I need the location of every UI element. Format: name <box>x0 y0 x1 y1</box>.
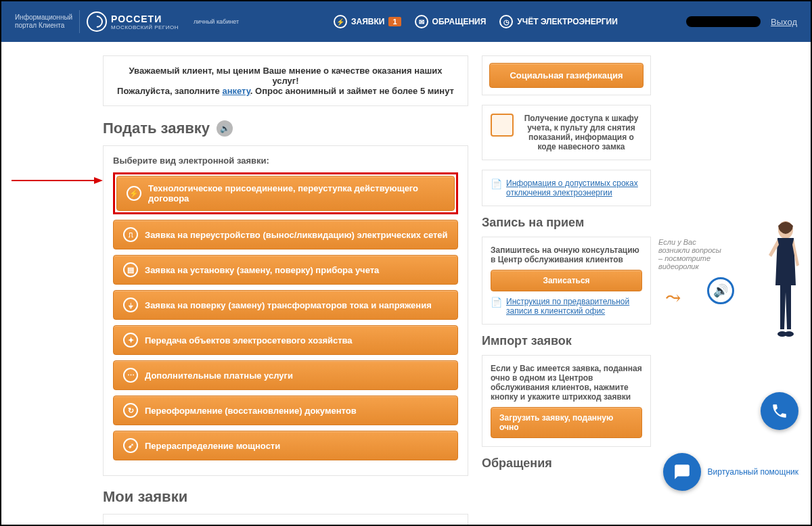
chat-fab-label: Виртуальный помощник <box>708 467 798 477</box>
envelope-icon: ✉ <box>415 15 428 28</box>
appointment-btn-label: Записаться <box>543 276 589 285</box>
meter-icon: ◷ <box>499 15 513 28</box>
more-icon: ⋯ <box>123 368 138 383</box>
bolt-icon: ⚡ <box>334 15 347 28</box>
audio-icon[interactable]: 🔊 <box>217 120 233 137</box>
play-video-button[interactable]: 🔊 <box>707 277 734 304</box>
phone-icon <box>771 402 788 420</box>
nav-messages[interactable]: ✉ ОБРАЩЕНИЯ <box>415 15 487 28</box>
application-types-card: Выберите вид электронной заявки: ⚡ Техно… <box>103 145 468 476</box>
gasification-label: Социальная газификация <box>510 70 623 80</box>
app-btn-meter-install[interactable]: ▤ Заявка на установку (замену, поверку) … <box>113 255 458 285</box>
app-btn-label: Передача объектов электросетевого хозяйс… <box>145 335 353 345</box>
nav-applications-label: ЗАЯВКИ <box>351 17 384 26</box>
chat-icon <box>673 463 691 481</box>
user-name-redacted <box>686 16 761 27</box>
app-btn-tech-connection[interactable]: ⚡ Технологическое присоединение, переуст… <box>116 176 455 211</box>
my-applications-card <box>103 514 468 525</box>
access-card[interactable]: Получение доступа к шкафу учета, к пульт… <box>482 105 651 160</box>
appointment-instruction-link[interactable]: Инструкция по предварительной записи в к… <box>506 297 642 316</box>
appointment-heading: Запись на прием <box>482 216 651 230</box>
cabinet-label: личный кабинет <box>194 18 239 26</box>
appointment-text: Запишитесь на очную консультацию в Центр… <box>491 245 642 264</box>
video-hint-text: Если у Вас возникли вопросы – посмотрите… <box>658 238 723 270</box>
app-btn-reissue[interactable]: ↻ Переоформление (восстановление) докуме… <box>113 396 458 425</box>
app-btn-label: Заявка на поверку (замену) трансформатор… <box>145 300 432 310</box>
gasification-card: Социальная газификация <box>482 55 651 95</box>
svg-marker-1 <box>94 177 103 184</box>
doc-icon: ▤ <box>123 262 138 277</box>
submit-title-text: Подать заявку <box>103 120 210 137</box>
chat-fab[interactable]: Виртуальный помощник <box>663 453 798 491</box>
svg-point-4 <box>784 331 794 337</box>
submit-application-title: Подать заявку 🔊 <box>103 120 468 137</box>
import-text: Если у Вас имеется заявка, поданная очно… <box>491 364 642 402</box>
messages-heading: Обращения <box>482 456 651 471</box>
app-btn-label: Перераспределение мощности <box>145 441 280 451</box>
banner-line2b: . Опрос анонимный и займет не более 5 ми… <box>250 86 454 96</box>
brand-logo[interactable]: РОССЕТИ МОСКОВСКИЙ РЕГИОН <box>87 11 179 32</box>
nav-messages-label: ОБРАЩЕНИЯ <box>432 17 487 26</box>
curved-arrow-icon: ⤳ <box>665 287 681 309</box>
video-hint-panel: Если у Вас возникли вопросы – посмотрите… <box>658 238 794 270</box>
logo-icon <box>87 11 107 32</box>
outage-info-card: 📄 Информация о допустимых сроках отключе… <box>482 170 651 206</box>
appointment-card: Запишитесь на очную консультацию в Центр… <box>482 237 651 325</box>
access-text: Получение доступа к шкафу учета, к пульт… <box>520 114 642 151</box>
banner-survey-link[interactable]: анкету <box>222 86 250 96</box>
banner-line1: Уважаемый клиент, мы ценим Ваше мнение о… <box>129 66 443 86</box>
app-btn-transfer[interactable]: ✦ Передача объектов электросетевого хозя… <box>113 325 458 355</box>
app-btn-label: Заявка на переустройство (вынос/ликвидац… <box>145 230 448 240</box>
header: Информационный портал Клиента РОССЕТИ МО… <box>1 1 811 42</box>
app-btn-reconstruction[interactable]: ⎍ Заявка на переустройство (вынос/ликвид… <box>113 220 458 249</box>
refresh-icon: ↻ <box>123 403 138 418</box>
compass-icon: ➶ <box>123 438 138 453</box>
bolt-icon: ⚡ <box>127 186 141 201</box>
banner-line2a: Пожалуйста, заполните <box>117 86 222 96</box>
choose-type-label: Выберите вид электронной заявки: <box>113 156 458 166</box>
nav-applications[interactable]: ⚡ ЗАЯВКИ 1 <box>334 15 401 28</box>
appointment-button[interactable]: Записаться <box>491 270 642 291</box>
nav-applications-badge: 1 <box>388 17 401 26</box>
app-btn-label: Дополнительные платные услуги <box>145 370 293 381</box>
arrow-annotation <box>12 174 103 187</box>
logout-link[interactable]: Выход <box>771 17 797 27</box>
app-btn-label: Заявка на установку (замену, поверку) пр… <box>145 265 379 275</box>
tower-icon: ⎍ <box>123 227 138 242</box>
assistant-avatar <box>765 218 806 339</box>
outage-info-link[interactable]: Информация о допустимых сроках отключени… <box>506 178 642 197</box>
brand-sub: МОСКОВСКИЙ РЕГИОН <box>111 24 179 30</box>
brand-name: РОССЕТИ <box>111 14 179 24</box>
import-btn-label: Загрузить заявку, поданную очно <box>499 413 633 432</box>
app-btn-label: Технологическое присоединение, переуступ… <box>148 183 445 204</box>
import-card: Если у Вас имеется заявка, поданная очно… <box>482 355 651 447</box>
phone-fab[interactable] <box>761 392 798 430</box>
plug-icon: ⏚ <box>123 297 138 312</box>
my-applications-title: Мои заявки <box>103 488 468 506</box>
app-btn-label: Переоформление (восстановление) документ… <box>145 406 357 416</box>
nav-metering-label: УЧЁТ ЭЛЕКТРОЭНЕРГИИ <box>517 17 618 26</box>
app-btn-transformer[interactable]: ⏚ Заявка на поверку (замену) трансформат… <box>113 290 458 320</box>
app-btn-paid-services[interactable]: ⋯ Дополнительные платные услуги <box>113 360 458 390</box>
app-btn-redistribute[interactable]: ➶ Перераспределение мощности <box>113 431 458 460</box>
pdf-icon: 📄 <box>491 297 502 308</box>
import-heading: Импорт заявок <box>482 334 651 348</box>
pdf-icon: 📄 <box>491 178 502 189</box>
survey-banner: Уважаемый клиент, мы ценим Ваше мнение о… <box>103 55 468 106</box>
nav-metering[interactable]: ◷ УЧЁТ ЭЛЕКТРОЭНЕРГИИ <box>499 15 618 28</box>
import-button[interactable]: Загрузить заявку, поданную очно <box>491 407 642 438</box>
cabinet-access-icon <box>491 114 514 137</box>
highlighted-option: ⚡ Технологическое присоединение, переуст… <box>113 172 458 214</box>
portal-label: Информационный портал Клиента <box>15 14 72 30</box>
spark-icon: ✦ <box>123 333 138 348</box>
gasification-button[interactable]: Социальная газификация <box>489 63 644 88</box>
